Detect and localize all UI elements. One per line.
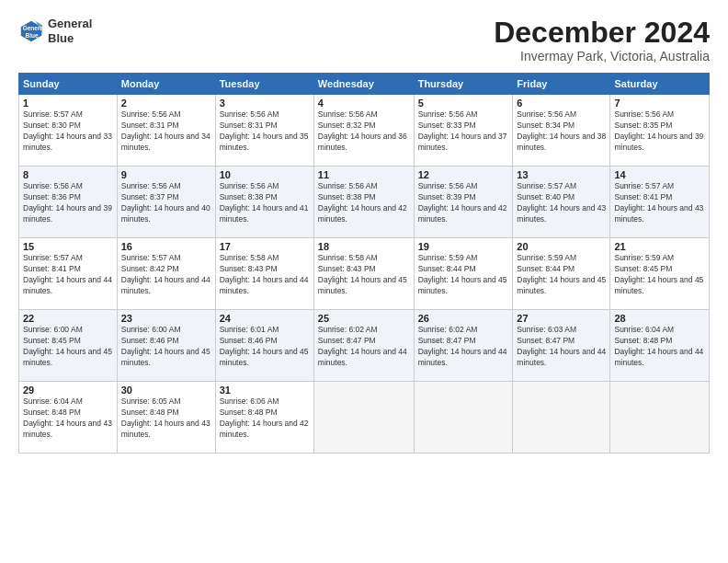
day-number: 25: [318, 313, 410, 324]
day-detail: Sunrise: 6:06 AMSunset: 8:48 PMDaylight:…: [220, 396, 310, 441]
calendar-cell: 7Sunrise: 5:56 AMSunset: 8:35 PMDaylight…: [610, 95, 710, 167]
day-detail: Sunrise: 5:56 AMSunset: 8:38 PMDaylight:…: [220, 181, 310, 225]
day-number: 12: [418, 169, 509, 180]
calendar-cell: 10Sunrise: 5:56 AMSunset: 8:38 PMDayligh…: [215, 167, 313, 238]
day-detail: Sunrise: 5:56 AMSunset: 8:31 PMDaylight:…: [220, 109, 310, 154]
calendar-cell: 25Sunrise: 6:02 AMSunset: 8:47 PMDayligh…: [313, 310, 414, 382]
calendar-cell: [610, 382, 710, 454]
calendar-cell: 3Sunrise: 5:56 AMSunset: 8:31 PMDaylight…: [215, 95, 313, 167]
day-number: 28: [614, 313, 705, 324]
svg-text:Blue: Blue: [25, 31, 38, 38]
day-detail: Sunrise: 5:57 AMSunset: 8:30 PMDaylight:…: [23, 109, 113, 154]
calendar-cell: 20Sunrise: 5:59 AMSunset: 8:44 PMDayligh…: [513, 238, 610, 310]
col-thursday: Thursday: [414, 74, 513, 95]
calendar-cell: 19Sunrise: 5:59 AMSunset: 8:44 PMDayligh…: [414, 238, 513, 310]
day-number: 26: [418, 313, 509, 324]
day-detail: Sunrise: 6:04 AMSunset: 8:48 PMDaylight:…: [23, 396, 113, 441]
calendar-cell: 28Sunrise: 6:04 AMSunset: 8:48 PMDayligh…: [610, 310, 710, 382]
calendar-row-4: 22Sunrise: 6:00 AMSunset: 8:45 PMDayligh…: [19, 310, 710, 382]
calendar-table: Sunday Monday Tuesday Wednesday Thursday…: [18, 73, 710, 454]
day-number: 27: [517, 313, 606, 324]
day-number: 21: [614, 241, 705, 252]
day-detail: Sunrise: 5:57 AMSunset: 8:41 PMDaylight:…: [614, 181, 705, 225]
day-detail: Sunrise: 5:59 AMSunset: 8:44 PMDaylight:…: [418, 253, 509, 297]
calendar-cell: 30Sunrise: 6:05 AMSunset: 8:48 PMDayligh…: [117, 382, 215, 454]
location-subtitle: Invermay Park, Victoria, Australia: [494, 49, 710, 63]
day-number: 5: [418, 98, 509, 109]
day-detail: Sunrise: 5:58 AMSunset: 8:43 PMDaylight:…: [220, 253, 310, 297]
calendar-cell: 21Sunrise: 5:59 AMSunset: 8:45 PMDayligh…: [610, 238, 710, 310]
calendar-cell: 9Sunrise: 5:56 AMSunset: 8:37 PMDaylight…: [117, 167, 215, 238]
day-number: 8: [23, 169, 113, 180]
logo-text-line2: Blue: [48, 31, 92, 46]
calendar-cell: 5Sunrise: 5:56 AMSunset: 8:33 PMDaylight…: [414, 95, 513, 167]
day-number: 13: [517, 169, 606, 180]
day-detail: Sunrise: 5:56 AMSunset: 8:35 PMDaylight:…: [614, 109, 705, 154]
page: General Blue General Blue December 2024 …: [0, 0, 728, 463]
day-detail: Sunrise: 5:56 AMSunset: 8:32 PMDaylight:…: [318, 109, 410, 154]
day-detail: Sunrise: 6:01 AMSunset: 8:46 PMDaylight:…: [220, 325, 310, 369]
svg-text:General: General: [23, 25, 44, 31]
day-detail: Sunrise: 5:56 AMSunset: 8:38 PMDaylight:…: [318, 181, 410, 225]
day-detail: Sunrise: 5:59 AMSunset: 8:44 PMDaylight:…: [517, 253, 606, 297]
calendar-cell: 4Sunrise: 5:56 AMSunset: 8:32 PMDaylight…: [313, 95, 414, 167]
day-number: 23: [121, 313, 211, 324]
calendar-row-5: 29Sunrise: 6:04 AMSunset: 8:48 PMDayligh…: [19, 382, 710, 454]
day-detail: Sunrise: 5:56 AMSunset: 8:31 PMDaylight:…: [121, 109, 211, 154]
col-saturday: Saturday: [610, 74, 710, 95]
day-number: 14: [614, 169, 705, 180]
title-area: December 2024 Invermay Park, Victoria, A…: [494, 17, 710, 63]
day-number: 19: [418, 241, 509, 252]
day-detail: Sunrise: 6:05 AMSunset: 8:48 PMDaylight:…: [121, 396, 211, 441]
day-detail: Sunrise: 5:56 AMSunset: 8:34 PMDaylight:…: [517, 109, 606, 154]
col-wednesday: Wednesday: [313, 74, 414, 95]
calendar-cell: 17Sunrise: 5:58 AMSunset: 8:43 PMDayligh…: [215, 238, 313, 310]
day-number: 9: [121, 169, 211, 180]
day-detail: Sunrise: 6:02 AMSunset: 8:47 PMDaylight:…: [418, 325, 509, 369]
day-detail: Sunrise: 5:56 AMSunset: 8:39 PMDaylight:…: [418, 181, 509, 225]
day-number: 29: [23, 385, 113, 396]
day-number: 4: [318, 98, 410, 109]
day-detail: Sunrise: 5:56 AMSunset: 8:33 PMDaylight:…: [418, 109, 509, 154]
day-detail: Sunrise: 5:56 AMSunset: 8:36 PMDaylight:…: [23, 181, 113, 225]
day-detail: Sunrise: 5:57 AMSunset: 8:42 PMDaylight:…: [121, 253, 211, 297]
header-row: Sunday Monday Tuesday Wednesday Thursday…: [19, 74, 710, 95]
day-number: 31: [220, 385, 310, 396]
calendar-cell: 11Sunrise: 5:56 AMSunset: 8:38 PMDayligh…: [313, 167, 414, 238]
day-number: 24: [220, 313, 310, 324]
col-tuesday: Tuesday: [215, 74, 313, 95]
col-sunday: Sunday: [19, 74, 118, 95]
calendar-cell: 27Sunrise: 6:03 AMSunset: 8:47 PMDayligh…: [513, 310, 610, 382]
calendar-cell: 2Sunrise: 5:56 AMSunset: 8:31 PMDaylight…: [117, 95, 215, 167]
day-detail: Sunrise: 6:04 AMSunset: 8:48 PMDaylight:…: [614, 325, 705, 369]
day-number: 6: [517, 98, 606, 109]
calendar-cell: 1Sunrise: 5:57 AMSunset: 8:30 PMDaylight…: [19, 95, 118, 167]
day-number: 2: [121, 98, 211, 109]
day-detail: Sunrise: 6:00 AMSunset: 8:45 PMDaylight:…: [23, 325, 113, 369]
calendar-cell: 24Sunrise: 6:01 AMSunset: 8:46 PMDayligh…: [215, 310, 313, 382]
month-title: December 2024: [494, 17, 710, 49]
calendar-cell: [513, 382, 610, 454]
calendar-cell: 13Sunrise: 5:57 AMSunset: 8:40 PMDayligh…: [513, 167, 610, 238]
calendar-cell: 14Sunrise: 5:57 AMSunset: 8:41 PMDayligh…: [610, 167, 710, 238]
day-number: 3: [220, 98, 310, 109]
logo-icon: General Blue: [18, 18, 44, 44]
header: General Blue General Blue December 2024 …: [18, 17, 710, 63]
day-detail: Sunrise: 6:02 AMSunset: 8:47 PMDaylight:…: [318, 325, 410, 369]
day-detail: Sunrise: 5:57 AMSunset: 8:40 PMDaylight:…: [517, 181, 606, 225]
calendar-row-3: 15Sunrise: 5:57 AMSunset: 8:41 PMDayligh…: [19, 238, 710, 310]
logo-text-line1: General: [48, 17, 92, 31]
day-number: 16: [121, 241, 211, 252]
calendar-cell: 23Sunrise: 6:00 AMSunset: 8:46 PMDayligh…: [117, 310, 215, 382]
calendar-row-1: 1Sunrise: 5:57 AMSunset: 8:30 PMDaylight…: [19, 95, 710, 167]
day-detail: Sunrise: 5:56 AMSunset: 8:37 PMDaylight:…: [121, 181, 211, 225]
col-friday: Friday: [513, 74, 610, 95]
calendar-cell: 31Sunrise: 6:06 AMSunset: 8:48 PMDayligh…: [215, 382, 313, 454]
calendar-cell: 12Sunrise: 5:56 AMSunset: 8:39 PMDayligh…: [414, 167, 513, 238]
day-detail: Sunrise: 6:00 AMSunset: 8:46 PMDaylight:…: [121, 325, 211, 369]
day-number: 17: [220, 241, 310, 252]
calendar-cell: 22Sunrise: 6:00 AMSunset: 8:45 PMDayligh…: [19, 310, 118, 382]
calendar-cell: [414, 382, 513, 454]
calendar-cell: 15Sunrise: 5:57 AMSunset: 8:41 PMDayligh…: [19, 238, 118, 310]
col-monday: Monday: [117, 74, 215, 95]
